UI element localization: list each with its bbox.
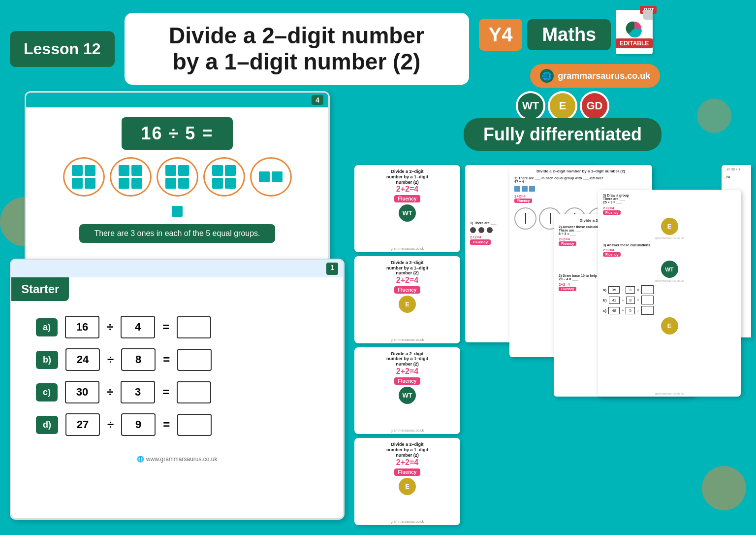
ws-e-circle-2: E <box>399 296 416 313</box>
starter-header: Starter <box>11 277 69 301</box>
wt-icon: WT <box>516 91 545 121</box>
ws-website-2: grammarsaurus.co.uk <box>354 338 460 341</box>
answer-a[interactable] <box>177 316 211 338</box>
diff-label: Fully differentiated <box>464 118 662 151</box>
eq-d: = <box>163 418 170 432</box>
ws-wt-circle-3: WT <box>399 387 416 404</box>
math-row-a: a) 16 ÷ 4 = <box>36 316 318 338</box>
math-row-b: b) 24 ÷ 8 = <box>36 348 318 371</box>
answer-b[interactable] <box>177 349 212 371</box>
ws-title-4: Divide a 2–digitnumber by a 1–digitnumbe… <box>358 442 456 458</box>
circle-1 <box>63 157 105 197</box>
circle-4 <box>203 157 245 197</box>
slide-number-starter: 1 <box>326 263 338 275</box>
subject-badge: Maths <box>527 19 611 50</box>
circle-5 <box>250 157 292 197</box>
lesson-title: Divide a 2–digit number by a 1–digit num… <box>144 23 449 75</box>
slide-number-main: 4 <box>312 95 323 105</box>
ws-fluency-2: Fluency <box>394 286 421 294</box>
website-footer: 🌐 www.grammarsaurus.co.uk <box>11 456 343 463</box>
num-a2: 4 <box>121 316 155 338</box>
op-d: ÷ <box>107 418 114 432</box>
ws-e-circle-4: E <box>399 478 416 495</box>
website-badge[interactable]: 🌐 grammarsaurus.co.uk <box>530 64 660 88</box>
slide-main: 4 16 ÷ 5 = <box>25 91 330 283</box>
worksheet-card-3: Divide a 2–digitnumber by a 1–digitnumbe… <box>354 347 460 435</box>
slide-starter: 1 Starter a) 16 ÷ 4 = b) 24 ÷ 8 = <box>10 259 345 520</box>
ws-title-2: Divide a 2–digitnumber by a 1–digitnumbe… <box>358 260 456 276</box>
editable-label: EDITABLE <box>616 38 653 48</box>
ws-fluency-3: Fluency <box>394 377 421 385</box>
eq-b: = <box>163 353 170 367</box>
ws-fluency-1: Fluency <box>394 195 421 202</box>
num-d2: 9 <box>121 413 156 436</box>
eq-c: = <box>162 385 169 399</box>
ws-page-4: 3) Draw a groupThere are ___25 ÷ 3 = ___… <box>598 190 741 397</box>
ws-website-3: grammarsaurus.co.uk <box>354 429 460 432</box>
row-label-b: b) <box>36 351 58 369</box>
circles-row <box>63 157 292 197</box>
answer-c[interactable] <box>177 381 211 403</box>
slides-area: 4 16 ÷ 5 = <box>10 91 345 525</box>
row-label-d: d) <box>36 416 58 434</box>
worksheet-card-2: Divide a 2–digitnumber by a 1–digitnumbe… <box>354 256 460 343</box>
row-label-c: c) <box>36 383 58 401</box>
lesson-badge: Lesson 12 <box>10 31 115 67</box>
circle-2 <box>110 157 152 197</box>
ws-website-4: grammarsaurus.co.uk <box>354 520 460 523</box>
ws-fluency-4: Fluency <box>394 468 421 476</box>
globe-icon: 🌐 <box>540 69 554 83</box>
ws-badge-3: 2+2=4 <box>358 367 456 376</box>
math-row-c: c) 30 ÷ 3 = <box>36 381 318 403</box>
worksheet-card-4: Divide a 2–digitnumber by a 1–digitnumbe… <box>354 438 460 525</box>
title-box: Divide a 2–digit number by a 1–digit num… <box>125 13 469 85</box>
header: Lesson 12 Divide a 2–digit number by a 1… <box>10 10 746 88</box>
math-row-d: d) 27 ÷ 9 = <box>36 413 318 436</box>
num-d1: 27 <box>65 413 100 436</box>
diff-icons: WT E GD <box>516 91 609 121</box>
num-b1: 24 <box>65 348 100 371</box>
ws-badge-1: 2+2=4 <box>358 185 456 194</box>
row-label-a: a) <box>36 318 58 336</box>
op-c: ÷ <box>107 385 113 399</box>
worksheet-cards-col: Divide a 2–digitnumber by a 1–digitnumbe… <box>354 165 460 525</box>
year-badge: Y4 <box>479 19 523 51</box>
num-a1: 16 <box>65 316 99 338</box>
main-content: 4 16 ÷ 5 = <box>10 91 746 525</box>
ws-title-1: Divide a 2–digitnumber by a 1–digitnumbe… <box>358 169 456 185</box>
equation: 16 ÷ 5 = <box>122 117 233 150</box>
answer-text: There are 3 ones in each of the 5 equal … <box>79 224 275 243</box>
eq-a: = <box>162 320 169 334</box>
worksheet-card-1: Divide a 2–digitnumber by a 1–digitnumbe… <box>354 165 460 252</box>
num-c2: 3 <box>121 381 155 403</box>
answer-d[interactable] <box>177 414 212 436</box>
right-header: Y4 Maths .PPT EDITABLE 🌐 grammarsa <box>479 10 661 88</box>
e-icon: E <box>548 91 577 121</box>
op-a: ÷ <box>107 320 113 334</box>
ws-badge-4: 2+2=4 <box>358 458 456 467</box>
num-c1: 30 <box>65 381 99 403</box>
top-badges: Y4 Maths .PPT EDITABLE <box>479 10 661 59</box>
worksheet-pages: Divide a 2–digitnumber by a 1–digitnumbe… <box>465 165 746 525</box>
right-area: WT E GD Fully differentiated Divide a 2–… <box>354 91 746 525</box>
circle-3 <box>157 157 198 197</box>
ws-badge-2: 2+2=4 <box>358 276 456 285</box>
op-b: ÷ <box>107 353 114 367</box>
num-b2: 8 <box>121 348 156 371</box>
ws-title-3: Divide a 2–digitnumber by a 1–digitnumbe… <box>358 351 456 367</box>
diff-banner: WT E GD Fully differentiated <box>379 91 746 151</box>
starter-content: a) 16 ÷ 4 = b) 24 ÷ 8 = c) 30 <box>11 301 343 451</box>
ppt-icon: .PPT EDITABLE <box>616 10 660 59</box>
ws-website-1: grammarsaurus.co.uk <box>354 247 460 250</box>
gd-icon: GD <box>580 91 609 121</box>
ws-wt-circle-1: WT <box>399 204 416 222</box>
